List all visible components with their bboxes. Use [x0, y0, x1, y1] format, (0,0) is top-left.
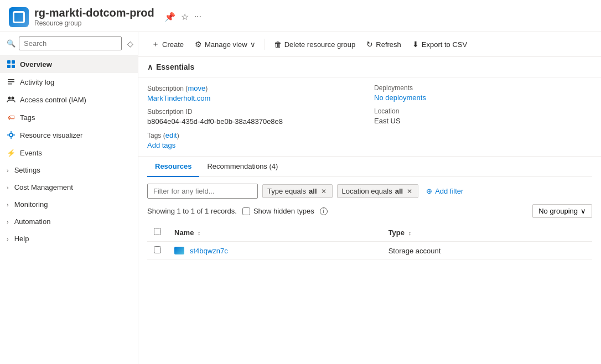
- location-label: Location: [374, 107, 592, 115]
- toolbar-separator: [265, 39, 265, 50]
- sidebar-item-activity-log[interactable]: Activity log: [0, 73, 138, 91]
- resource-name-link[interactable]: st4bqwzn7c: [174, 247, 375, 255]
- delete-button[interactable]: 🗑 Delete resource group: [270, 37, 360, 51]
- essentials-left: Subscription (move) MarkTinderholt.com S…: [147, 84, 365, 149]
- pin-icon[interactable]: 📌: [164, 12, 175, 22]
- svg-rect-6: [8, 84, 12, 85]
- search-icon: 🔍: [7, 39, 15, 48]
- table-header-row: Name ↕ Type ↕: [147, 223, 592, 242]
- records-bar: Showing 1 to 1 of 1 records. Show hidden…: [147, 204, 592, 218]
- essentials-body: Subscription (move) MarkTinderholt.com S…: [138, 77, 601, 157]
- row-type-cell: Storage account: [382, 242, 592, 260]
- svg-rect-0: [7, 60, 11, 64]
- filter-icon-btn[interactable]: ◇: [125, 38, 136, 49]
- page-subtitle: Resource group: [34, 19, 154, 27]
- svg-point-9: [9, 133, 13, 137]
- search-input[interactable]: [19, 37, 122, 50]
- tab-recommendations[interactable]: Recommendations (4): [199, 157, 286, 177]
- events-icon: ⚡: [7, 148, 15, 157]
- sidebar-item-label: Tags: [20, 113, 35, 122]
- row-name-cell: st4bqwzn7c: [168, 242, 382, 260]
- expand-arrow-settings: ›: [7, 167, 9, 174]
- sidebar-item-label: Help: [14, 235, 29, 243]
- add-tags-link[interactable]: Add tags: [147, 141, 365, 149]
- essentials-subscription: Subscription (move) MarkTinderholt.com: [147, 84, 365, 102]
- sidebar-item-automation[interactable]: › Automation: [0, 213, 138, 230]
- essentials-location: Location East US: [374, 107, 592, 125]
- info-icon[interactable]: i: [320, 207, 328, 215]
- th-name[interactable]: Name ↕: [168, 223, 382, 242]
- sidebar-item-access-control[interactable]: Access control (IAM): [0, 91, 138, 108]
- sidebar-item-label: Events: [20, 149, 42, 157]
- sidebar-item-help[interactable]: › Help: [0, 230, 138, 247]
- star-icon[interactable]: ☆: [181, 12, 189, 22]
- location-value: East US: [374, 117, 592, 125]
- svg-rect-5: [8, 81, 14, 82]
- tabs-bar: Resources Recommendations (4): [147, 157, 592, 177]
- svg-rect-4: [8, 79, 14, 80]
- essentials-subscription-id: Subscription ID b8064e04-435d-4df0-be0b-…: [147, 108, 365, 126]
- resource-visualizer-icon: [7, 131, 15, 139]
- essentials-header[interactable]: ∧ Essentials: [138, 57, 601, 77]
- main-content: ＋ Create ⚙ Manage view ∨ 🗑 Delete resour…: [138, 32, 601, 364]
- export-button[interactable]: ⬇ Export to CSV: [408, 37, 472, 51]
- sidebar-item-label: Resource visualizer: [20, 131, 82, 139]
- sidebar-item-cost-management[interactable]: › Cost Management: [0, 179, 138, 196]
- app-icon: [9, 7, 29, 27]
- sidebar-item-monitoring[interactable]: › Monitoring: [0, 196, 138, 213]
- table-row: st4bqwzn7c Storage account: [147, 242, 592, 260]
- tags-icon: 🏷: [7, 113, 15, 122]
- refresh-button[interactable]: ↻ Refresh: [362, 37, 406, 51]
- svg-rect-1: [12, 60, 15, 64]
- delete-icon: 🗑: [274, 40, 282, 49]
- expand-arrow-cost: ›: [7, 184, 9, 191]
- manage-view-chevron: ∨: [250, 40, 256, 49]
- add-filter-button[interactable]: ⊕ Add filter: [423, 185, 467, 197]
- resource-type-icon: [174, 247, 184, 254]
- export-icon: ⬇: [412, 40, 419, 49]
- create-button[interactable]: ＋ Create: [147, 37, 188, 52]
- filter-type-close-button[interactable]: ✕: [320, 188, 328, 195]
- show-hidden-checkbox[interactable]: [242, 207, 250, 215]
- filter-bar: Type equals all ✕ Location equals all ✕ …: [147, 184, 592, 199]
- activity-log-icon: [7, 77, 15, 86]
- row-checkbox-cell: [147, 242, 168, 260]
- expand-arrow-help: ›: [7, 236, 9, 242]
- essentials-tags: Tags (edit) Add tags: [147, 131, 365, 149]
- row-select-checkbox[interactable]: [154, 246, 161, 253]
- essentials-title: Essentials: [156, 63, 194, 71]
- add-filter-icon: ⊕: [426, 187, 432, 195]
- sidebar-item-label: Cost Management: [14, 183, 73, 191]
- create-icon: ＋: [152, 39, 159, 49]
- manage-view-button[interactable]: ⚙ Manage view ∨: [190, 37, 260, 51]
- sidebar-item-resource-visualizer[interactable]: Resource visualizer: [0, 126, 138, 144]
- sidebar-item-label: Settings: [14, 166, 40, 174]
- sidebar-item-label: Overview: [20, 60, 52, 69]
- filter-input[interactable]: [147, 184, 258, 199]
- sidebar-item-events[interactable]: ⚡ Events: [0, 144, 138, 162]
- sidebar-search-bar: 🔍 ◇ «: [0, 32, 138, 55]
- sidebar-item-overview[interactable]: Overview: [0, 55, 138, 73]
- select-all-checkbox[interactable]: [154, 228, 161, 235]
- sidebar-item-settings[interactable]: › Settings: [0, 162, 138, 179]
- tags-edit-link[interactable]: edit: [165, 131, 177, 139]
- sidebar: 🔍 ◇ « Overview: [0, 32, 138, 364]
- more-icon[interactable]: ···: [194, 12, 201, 22]
- subscription-move-link[interactable]: move: [188, 84, 205, 92]
- filter-location-close-button[interactable]: ✕: [406, 188, 413, 195]
- show-hidden-label[interactable]: Show hidden types: [242, 207, 314, 215]
- records-info: Showing 1 to 1 of 1 records.: [147, 207, 237, 215]
- no-grouping-button[interactable]: No grouping ∨: [532, 204, 592, 218]
- tab-resources[interactable]: Resources: [147, 157, 199, 177]
- subscription-id-value: b8064e04-435d-4df0-be0b-38a48370e8e8: [147, 117, 365, 126]
- deployments-value-link[interactable]: No deployments: [374, 93, 592, 102]
- th-type[interactable]: Type ↕: [382, 223, 592, 242]
- essentials-right: Deployments No deployments Location East…: [374, 84, 592, 149]
- sort-name-icon: ↕: [198, 230, 201, 236]
- sidebar-item-tags[interactable]: 🏷 Tags: [0, 108, 138, 126]
- header-actions: 📌 ☆ ···: [164, 12, 201, 22]
- collapse-essentials-icon: ∧: [147, 63, 153, 71]
- subscription-value-link[interactable]: MarkTinderholt.com: [147, 94, 365, 102]
- filter-tag-type: Type equals all ✕: [262, 184, 333, 198]
- refresh-icon: ↻: [366, 40, 373, 49]
